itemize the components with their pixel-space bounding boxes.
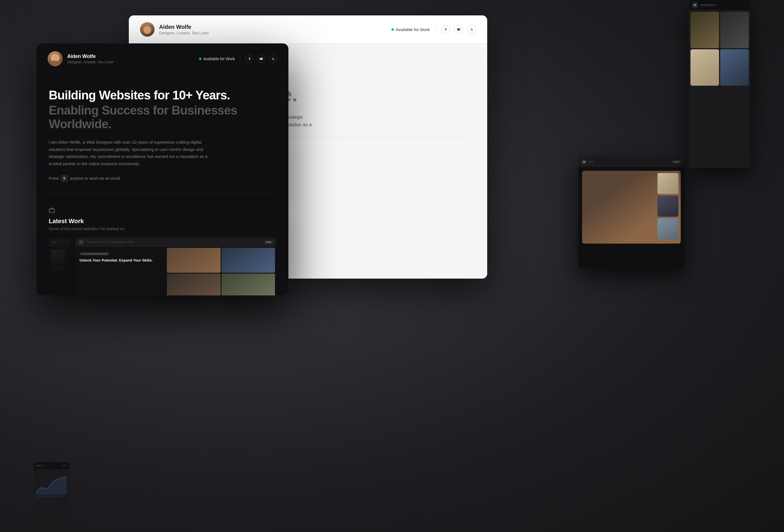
lec-dot-2 xyxy=(38,465,40,467)
bg-facebook-icon[interactable] xyxy=(441,25,450,34)
bg-youtube-icon[interactable] xyxy=(454,25,463,34)
bg-green-dot xyxy=(391,28,394,31)
thumb-course-content: Course/Membership Template Unlock Your P… xyxy=(76,247,276,267)
lec-gear-icon: ⚙ xyxy=(63,465,65,467)
bg-x-twitter-icon[interactable] xyxy=(467,25,476,34)
main-vertical-divider xyxy=(240,56,240,62)
main-content-divider xyxy=(49,193,276,193)
briefcase-icon xyxy=(49,207,276,215)
lec-header: ⚙ ≡ xyxy=(34,462,70,469)
bg-social-icons xyxy=(441,25,476,34)
right-tile-browse-label: Browse Prod... xyxy=(701,4,717,6)
main-status-area: Available for Work xyxy=(199,55,277,63)
bg-person-subtitle: Designer, Creator, Tea Lover xyxy=(159,31,387,35)
main-header: Aiden Wolfe Designer, Creator, Tea Lover… xyxy=(36,44,288,75)
left-edge-card: ⚙ ≡ xyxy=(34,462,70,532)
rtw-sm-photo-1 xyxy=(657,173,678,194)
svg-marker-3 xyxy=(36,476,67,495)
lec-menu-icon: ≡ xyxy=(66,465,68,467)
avatar-inner xyxy=(48,51,63,66)
rtw-logo: M xyxy=(582,159,587,164)
right-tile-photo-3 xyxy=(691,49,719,86)
rtw-nav-item-about: About xyxy=(588,161,593,163)
thumb-photo-p3 xyxy=(167,274,220,296)
right-tile-photo-2 xyxy=(720,12,749,48)
main-youtube-icon[interactable] xyxy=(257,55,265,63)
right-tile-logo: M xyxy=(692,2,698,8)
right-tile-wide: M About Login xyxy=(578,157,684,269)
rtw-content xyxy=(578,167,684,248)
thumb-course-nav: ① Courses ② Pricing ③ Contact & Support … xyxy=(86,241,134,243)
bg-avatar xyxy=(140,22,155,37)
lec-chart xyxy=(36,472,67,495)
rtw-header: M About Login xyxy=(578,157,684,167)
bg-name-block: Aiden Wolfe Designer, Creator, Tea Lover xyxy=(159,24,387,35)
rtw-nav: About xyxy=(588,161,593,163)
work-thumb-dark-left: ⊞ ⚙ ≡ xyxy=(49,238,71,296)
right-tile-tall: M Browse Prod... xyxy=(689,0,750,168)
main-facebook-icon[interactable] xyxy=(245,55,254,63)
latest-work-section: Latest Work Some of the recent websites … xyxy=(49,204,276,296)
thumb-course-login[interactable]: Login xyxy=(264,241,273,244)
main-x-twitter-icon[interactable] xyxy=(269,55,277,63)
lec-dot-3 xyxy=(41,465,43,467)
right-tile-photo-4 xyxy=(720,49,749,86)
main-subheading: Enabling Success for Businesses Worldwid… xyxy=(49,104,276,131)
rtw-photo-main xyxy=(582,171,681,244)
main-content: Building Websites for 10+ Years. Enablin… xyxy=(36,75,288,296)
svg-rect-2 xyxy=(49,209,54,213)
right-tile-photo-grid xyxy=(689,10,750,87)
lec-dot-1 xyxy=(36,465,37,467)
right-tile-photo-1 xyxy=(691,12,719,48)
lec-window-dots xyxy=(36,465,43,467)
main-body-text: I am Aiden Wolfe, a Web Designer with ov… xyxy=(49,139,211,167)
main-avatar xyxy=(48,51,63,66)
main-available-status: Available for Work xyxy=(199,57,235,61)
rtw-sm-photo-2 xyxy=(657,196,678,217)
work-thumb-course: L ① Courses ② Pricing ③ Contact & Suppor… xyxy=(76,238,276,296)
main-name-block: Aiden Wolfe Designer, Creator, Tea Lover xyxy=(67,54,195,64)
thumb-course-header: L ① Courses ② Pricing ③ Contact & Suppor… xyxy=(76,238,276,247)
main-person-name: Aiden Wolfe xyxy=(67,54,195,59)
main-person-subtitle: Designer, Creator, Tea Lover xyxy=(67,60,195,64)
rtw-login-btn[interactable]: Login xyxy=(672,160,681,163)
bg-available-status: Available for Work xyxy=(391,27,430,32)
latest-work-subtitle: Some of the recent websites I've worked … xyxy=(49,226,276,231)
thumb-header-left: ⊞ ⚙ ≡ xyxy=(49,238,71,247)
key-s-badge: S xyxy=(61,175,68,182)
bg-status-area: Available for Work xyxy=(391,25,476,34)
rtw-overlay-photos xyxy=(657,173,678,240)
press-after-label: anytime to send me an email xyxy=(70,176,120,180)
thumb-course-title: Unlock Your Potential. Expand Your Skill… xyxy=(80,258,272,263)
main-green-dot xyxy=(199,58,201,60)
rtw-sm-photo-3 xyxy=(657,218,678,240)
main-social-icons xyxy=(245,55,277,63)
lec-icons: ⚙ ≡ xyxy=(63,465,68,467)
bg-header: Aiden Wolfe Designer, Creator, Tea Lover… xyxy=(129,16,487,44)
press-label: Press xyxy=(49,176,59,180)
right-tile-tall-header: M Browse Prod... xyxy=(689,0,750,10)
main-heading: Building Websites for 10+ Years. xyxy=(49,88,276,102)
lec-content xyxy=(34,469,70,502)
thumb-course-label: Course/Membership Template xyxy=(80,252,109,255)
latest-work-title: Latest Work xyxy=(49,218,276,225)
thumb-photo-p4 xyxy=(222,274,275,296)
work-thumbnails: ⊞ ⚙ ≡ L xyxy=(49,238,276,296)
thumb-course-logo: L xyxy=(79,240,83,245)
press-s-hint: Press S anytime to send me an email xyxy=(49,175,276,182)
bg-person-name: Aiden Wolfe xyxy=(159,24,387,30)
main-window: Aiden Wolfe Designer, Creator, Tea Lover… xyxy=(36,44,288,296)
